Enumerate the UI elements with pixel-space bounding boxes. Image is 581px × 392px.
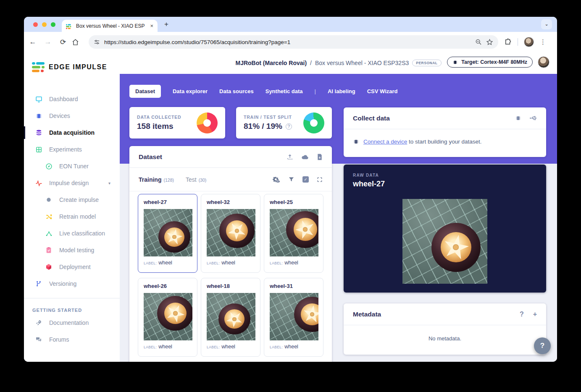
raw-data-eyebrow: RAW DATA bbox=[353, 173, 379, 178]
filter-icon[interactable] bbox=[288, 176, 294, 183]
sample-title: wheel-26 bbox=[144, 283, 192, 289]
test-split-tab[interactable]: Test (30) bbox=[186, 176, 206, 183]
export-file-icon[interactable] bbox=[317, 154, 323, 160]
upload-icon[interactable] bbox=[287, 154, 293, 160]
sample-image[interactable] bbox=[207, 209, 255, 256]
sidebar-item-dashboard[interactable]: Dashboard bbox=[24, 91, 120, 107]
extensions-icon[interactable] bbox=[504, 38, 512, 46]
sidebar-item-label: Experiments bbox=[49, 146, 82, 153]
sidebar-item-label: Documentation bbox=[49, 319, 89, 326]
sidebar-item-eon-tuner[interactable]: EON Tuner bbox=[24, 158, 120, 175]
sidebar-item-devices[interactable]: Devices bbox=[24, 107, 120, 124]
sample-image[interactable] bbox=[144, 209, 192, 256]
minimize-window-button[interactable] bbox=[42, 22, 47, 27]
data-collected-label: DATA COLLECTED bbox=[137, 115, 181, 120]
sidebar-item-live-classification[interactable]: Live classification bbox=[24, 225, 120, 242]
breadcrumb-org[interactable]: MJRoBot (Marcelo Rovai) bbox=[235, 60, 307, 66]
split-help-icon[interactable]: ? bbox=[286, 123, 292, 130]
chip-icon[interactable] bbox=[515, 115, 521, 121]
browser-profile-avatar[interactable] bbox=[524, 37, 534, 47]
sample-title: wheel-27 bbox=[144, 199, 192, 205]
sample-card-wheel-25[interactable]: wheel-25 LABEL:wheel bbox=[264, 194, 323, 273]
url-text[interactable]: https://studio.edgeimpulse.com/studio/75… bbox=[104, 39, 471, 45]
tab-search-chevron-icon[interactable]: ⌄ bbox=[541, 19, 552, 29]
bookmark-star-icon[interactable] bbox=[486, 39, 493, 46]
sidebar-item-label: EON Tuner bbox=[59, 163, 89, 170]
url-bar[interactable]: https://studio.edgeimpulse.com/studio/75… bbox=[89, 35, 498, 49]
test-count: (30) bbox=[199, 178, 207, 183]
package-icon bbox=[45, 263, 53, 271]
tab-data-sources[interactable]: Data sources bbox=[219, 88, 254, 94]
sidebar-item-deployment[interactable]: Deployment bbox=[24, 259, 120, 275]
sidebar-section-heading: GETTING STARTED bbox=[24, 298, 120, 314]
sample-image[interactable] bbox=[270, 293, 318, 340]
usb-icon[interactable] bbox=[529, 115, 537, 121]
edge-impulse-logo[interactable]: EDGE IMPULSE bbox=[32, 62, 107, 72]
target-device-button[interactable]: Target: Cortex-M4F 80MHz bbox=[447, 57, 533, 68]
clipboard-icon bbox=[45, 246, 53, 254]
metadata-help-icon[interactable]: ? bbox=[520, 311, 524, 318]
tab-csv-wizard[interactable]: CSV Wizard bbox=[367, 88, 398, 94]
sidebar-item-documentation[interactable]: Documentation bbox=[24, 314, 120, 331]
sidebar-item-model-testing[interactable]: Model testing bbox=[24, 242, 120, 259]
sample-image[interactable] bbox=[270, 209, 318, 256]
split-value: 81% / 19% bbox=[244, 122, 282, 131]
zoom-out-icon[interactable] bbox=[475, 39, 482, 45]
sample-title: wheel-25 bbox=[270, 199, 318, 205]
breadcrumb-project[interactable]: Box versus Wheel - XIAO ESP32S3 bbox=[315, 60, 409, 66]
sidebar-item-label: Impulse design bbox=[49, 180, 89, 186]
site-settings-icon[interactable] bbox=[94, 39, 100, 45]
user-avatar[interactable] bbox=[538, 56, 549, 68]
sample-image[interactable] bbox=[207, 293, 255, 340]
back-icon[interactable]: ← bbox=[26, 38, 39, 46]
zoom-window-button[interactable] bbox=[51, 22, 55, 27]
sidebar-item-retrain-model[interactable]: Retrain model bbox=[24, 208, 120, 225]
sample-card-wheel-18[interactable]: wheel-18 LABEL:wheel bbox=[201, 278, 260, 357]
sidebar-item-impulse-design[interactable]: Impulse design ▾ bbox=[24, 175, 120, 191]
sidebar-item-data-acquisition[interactable]: Data acquisition bbox=[24, 124, 120, 141]
gear-eye-icon[interactable] bbox=[272, 176, 280, 183]
sample-card-wheel-31[interactable]: wheel-31 LABEL:wheel bbox=[264, 278, 323, 357]
forward-icon[interactable]: → bbox=[42, 38, 54, 46]
sidebar-item-experiments[interactable]: Experiments bbox=[24, 141, 120, 158]
sample-card-wheel-27[interactable]: wheel-27 LABEL:wheel bbox=[138, 194, 197, 273]
tab-dataset[interactable]: Dataset bbox=[129, 85, 161, 98]
connect-device-link[interactable]: Connect a device bbox=[363, 139, 407, 145]
tab-synthetic-data[interactable]: Synthetic data bbox=[266, 88, 303, 94]
sample-image[interactable] bbox=[144, 293, 192, 340]
personal-badge: PERSONAL bbox=[412, 60, 441, 66]
select-checkbox-icon[interactable]: ✓ bbox=[302, 176, 309, 183]
sample-title: wheel-31 bbox=[270, 283, 318, 289]
sidebar-item-forums[interactable]: Forums bbox=[24, 331, 120, 348]
label-key: LABEL: bbox=[270, 345, 283, 349]
close-window-button[interactable] bbox=[33, 22, 38, 27]
target-label: Target: Cortex-M4F 80MHz bbox=[461, 59, 527, 65]
cloud-icon[interactable] bbox=[301, 154, 309, 160]
dataset-panel: Dataset Training (128) Tes bbox=[129, 146, 332, 362]
chevron-down-icon[interactable]: ▾ bbox=[108, 181, 110, 186]
favicon-edge-impulse bbox=[66, 24, 70, 27]
browser-menu-icon[interactable]: ⋮ bbox=[540, 38, 546, 46]
new-tab-button[interactable]: + bbox=[164, 20, 168, 29]
tab-data-explorer[interactable]: Data explorer bbox=[173, 88, 208, 94]
database-icon bbox=[35, 129, 42, 136]
sidebar-item-versioning[interactable]: Versioning bbox=[24, 275, 120, 292]
expand-icon[interactable] bbox=[317, 177, 323, 183]
sidebar-item-create-impulse[interactable]: Create impulse bbox=[24, 191, 120, 208]
tab-ai-labeling[interactable]: AI labeling bbox=[328, 88, 355, 94]
help-fab-button[interactable]: ? bbox=[534, 337, 551, 354]
sample-card-wheel-26[interactable]: wheel-26 LABEL:wheel bbox=[138, 278, 197, 357]
browser-tab[interactable]: Box versus Wheel - XIAO ESP × bbox=[62, 20, 158, 32]
training-split-tab[interactable]: Training (128) bbox=[139, 176, 174, 183]
metadata-add-icon[interactable]: + bbox=[533, 311, 537, 318]
home-icon[interactable] bbox=[72, 39, 84, 46]
pulse-icon bbox=[35, 179, 42, 187]
tab-close-icon[interactable]: × bbox=[150, 23, 153, 29]
acquisition-tabs: Dataset Data explorer Data sources Synth… bbox=[129, 85, 398, 98]
dataset-panel-title: Dataset bbox=[139, 153, 162, 161]
reload-icon[interactable]: ⟳ bbox=[57, 38, 69, 47]
label-value: wheel bbox=[284, 344, 298, 350]
app-root: EDGE IMPULSE Dashboard Devices Data acqu… bbox=[24, 52, 557, 362]
project-header: MJRoBot (Marcelo Rovai) / Box versus Whe… bbox=[120, 52, 557, 74]
sample-card-wheel-32[interactable]: wheel-32 LABEL:wheel bbox=[201, 194, 260, 273]
